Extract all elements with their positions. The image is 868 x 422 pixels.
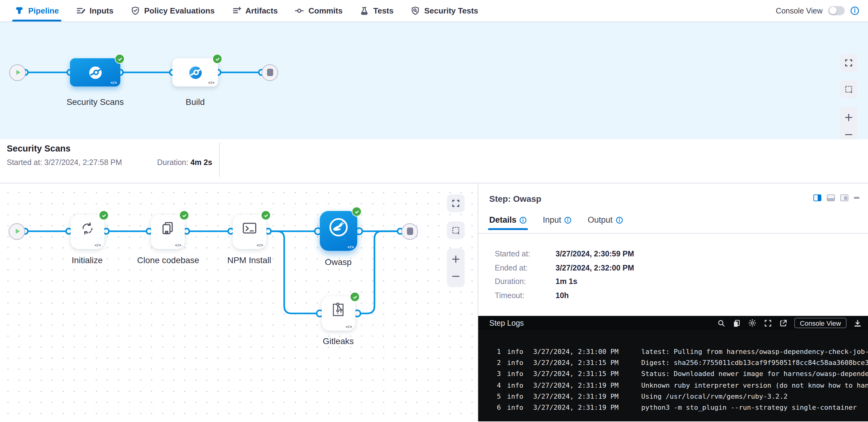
tab-label: Input bbox=[543, 215, 561, 225]
stage-label[interactable]: Build bbox=[186, 97, 205, 107]
stage-end-node[interactable] bbox=[261, 64, 278, 80]
console-view-toggle[interactable] bbox=[828, 6, 845, 15]
step-graph-canvas[interactable]: </> Initialize </> Clone codebase bbox=[0, 184, 478, 421]
log-level: info bbox=[507, 370, 523, 378]
gitleaks-icon bbox=[330, 302, 347, 318]
stage-info-bar: Security Scans Started at: 3/27/2024, 2:… bbox=[0, 139, 868, 184]
zoom-out-icon[interactable] bbox=[844, 130, 853, 139]
tab-pipeline[interactable]: Pipeline bbox=[0, 0, 67, 22]
toggle-knob bbox=[829, 7, 836, 14]
zoom-out-icon[interactable] bbox=[451, 272, 460, 281]
step-label[interactable]: Owasp bbox=[325, 257, 351, 267]
minimize-icon[interactable] bbox=[854, 197, 859, 198]
commit-icon bbox=[295, 6, 304, 15]
stage-started-at: Started at: 3/27/2024, 2:27:58 PM bbox=[7, 158, 122, 167]
detail-value: 10h bbox=[556, 291, 569, 300]
step-label[interactable]: Clone codebase bbox=[137, 255, 199, 265]
log-timestamp: 3/27/2024, 2:31:19 PM bbox=[533, 393, 618, 400]
stage-graph-edges bbox=[0, 22, 307, 139]
code-tag: </> bbox=[346, 324, 352, 329]
tab-artifacts[interactable]: Artifacts bbox=[223, 0, 286, 22]
marquee-select-button[interactable] bbox=[447, 221, 465, 239]
scan-stage-icon bbox=[87, 64, 103, 80]
step-node-npm-install[interactable]: </> bbox=[232, 215, 267, 249]
detail-row: Started at: 3/27/2024, 2:30:59 PM bbox=[495, 247, 634, 261]
step-start-node[interactable] bbox=[9, 223, 25, 239]
zoom-in-icon[interactable] bbox=[844, 113, 853, 122]
clone-icon bbox=[160, 220, 176, 237]
console-view-button[interactable]: Console View bbox=[794, 318, 846, 328]
nav-label: Pipeline bbox=[28, 6, 59, 15]
log-line-number: 5 bbox=[489, 393, 501, 400]
owasp-icon bbox=[328, 217, 349, 238]
tab-security-tests[interactable]: Security Tests bbox=[402, 0, 487, 22]
step-label[interactable]: Initialize bbox=[71, 255, 102, 265]
code-tag: </> bbox=[175, 243, 182, 247]
detail-row: Timeout: 10h bbox=[495, 289, 634, 302]
log-line-number: 6 bbox=[489, 403, 501, 412]
fullscreen-icon[interactable] bbox=[764, 319, 772, 327]
panel-view-controls bbox=[813, 194, 859, 201]
fullscreen-icon bbox=[844, 58, 853, 67]
detail-row: Duration: 1m 1s bbox=[495, 275, 634, 289]
code-tag: </> bbox=[208, 80, 215, 85]
tab-commits[interactable]: Commits bbox=[286, 0, 351, 22]
step-logs-output[interactable]: 1 info 3/27/2024, 2:31:00 PM latest: Pul… bbox=[478, 330, 868, 421]
settings-gear-icon[interactable] bbox=[748, 318, 757, 328]
floating-view-icon[interactable] bbox=[840, 194, 848, 201]
step-node-clone-codebase[interactable]: </> bbox=[151, 215, 185, 249]
tab-inputs[interactable]: Inputs bbox=[67, 0, 122, 22]
split-right-view-icon[interactable] bbox=[813, 194, 822, 201]
detail-label: Timeout: bbox=[495, 291, 556, 300]
search-icon[interactable] bbox=[717, 319, 725, 327]
zoom-in-icon[interactable] bbox=[451, 255, 460, 264]
zoom-controls bbox=[447, 249, 465, 287]
open-in-new-icon[interactable] bbox=[779, 319, 787, 327]
info-icon[interactable] bbox=[850, 6, 859, 15]
copy-icon[interactable] bbox=[732, 319, 741, 327]
tab-tests[interactable]: Tests bbox=[351, 0, 402, 22]
step-node-gitleaks[interactable]: </> bbox=[322, 296, 355, 331]
tab-policy-evaluations[interactable]: Policy Evaluations bbox=[122, 0, 223, 22]
tab-input[interactable]: Input bbox=[543, 215, 572, 230]
code-tag: </> bbox=[347, 245, 354, 249]
log-message: latest: Pulling from harness/owasp-depen… bbox=[641, 348, 868, 355]
split-bottom-view-icon[interactable] bbox=[827, 194, 835, 201]
fullscreen-button[interactable] bbox=[447, 194, 465, 212]
stage-node-security-scans[interactable]: </> bbox=[70, 58, 120, 87]
success-badge bbox=[261, 210, 271, 220]
log-level: info bbox=[507, 403, 523, 412]
log-level: info bbox=[507, 348, 523, 355]
console-view-label: Console View bbox=[776, 6, 823, 15]
step-end-node[interactable] bbox=[401, 223, 418, 239]
tab-label: Output bbox=[588, 215, 613, 225]
step-label[interactable]: Gitleaks bbox=[322, 336, 353, 346]
stage-label[interactable]: Security Scans bbox=[67, 97, 124, 107]
step-label[interactable]: NPM Install bbox=[227, 255, 271, 265]
download-icon[interactable] bbox=[853, 319, 862, 327]
detail-label: Started at: bbox=[495, 250, 556, 259]
fullscreen-icon bbox=[451, 199, 460, 208]
divider bbox=[478, 233, 868, 234]
log-timestamp: 3/27/2024, 2:31:00 PM bbox=[533, 348, 618, 355]
stage-start-node[interactable] bbox=[9, 64, 26, 80]
fullscreen-button[interactable] bbox=[840, 54, 858, 72]
duration-label: Duration: bbox=[157, 158, 188, 167]
detail-row: Ended at: 3/27/2024, 2:32:00 PM bbox=[495, 261, 634, 275]
log-level: info bbox=[507, 381, 523, 389]
tab-details[interactable]: Details bbox=[489, 215, 527, 230]
stop-icon bbox=[267, 69, 273, 76]
step-node-initialize[interactable]: </> bbox=[71, 215, 104, 249]
stage-node-build[interactable]: </> bbox=[173, 58, 218, 87]
log-timestamp: 3/27/2024, 2:31:19 PM bbox=[533, 403, 618, 412]
divider bbox=[219, 143, 220, 177]
stage-title: Security Scans bbox=[7, 143, 71, 153]
tab-label: Details bbox=[489, 215, 517, 225]
info-icon bbox=[520, 216, 527, 224]
stage-graph-canvas[interactable]: </> Security Scans </> Build bbox=[0, 22, 868, 139]
step-node-owasp[interactable]: </> bbox=[320, 211, 357, 251]
tab-output[interactable]: Output bbox=[588, 215, 623, 230]
marquee-select-button[interactable] bbox=[840, 80, 858, 98]
log-message: python3 -m sto_plugin --run-strategy sin… bbox=[641, 403, 857, 412]
nav-tabs: Pipeline Inputs Policy Evaluations Artif… bbox=[0, 0, 487, 22]
